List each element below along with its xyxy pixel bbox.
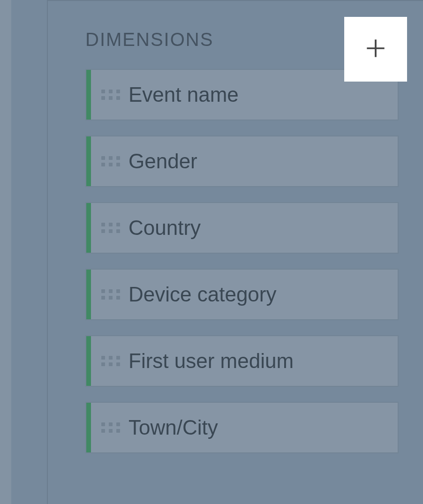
dimension-label: Gender bbox=[128, 150, 197, 173]
nav-rail bbox=[0, 0, 11, 504]
dimension-item-first-user-medium[interactable]: First user medium bbox=[85, 335, 399, 387]
dimension-label: Country bbox=[128, 216, 201, 240]
drag-handle-icon[interactable] bbox=[101, 85, 120, 104]
drag-handle-icon[interactable] bbox=[101, 285, 120, 304]
drag-handle-icon[interactable] bbox=[101, 352, 120, 370]
accent-bar bbox=[86, 270, 91, 319]
drag-handle-icon[interactable] bbox=[101, 218, 120, 237]
add-dimension-button[interactable] bbox=[344, 17, 407, 82]
drag-handle-icon[interactable] bbox=[101, 418, 120, 437]
dimension-item-town-city[interactable]: Town/City bbox=[85, 402, 399, 453]
dimension-item-device-category[interactable]: Device category bbox=[85, 269, 399, 320]
accent-bar bbox=[86, 70, 91, 120]
panel-header: DIMENSIONS bbox=[48, 1, 423, 69]
dimensions-panel: DIMENSIONS Event name Gender bbox=[47, 0, 423, 504]
dimension-item-gender[interactable]: Gender bbox=[85, 135, 399, 187]
drag-handle-icon[interactable] bbox=[101, 152, 120, 171]
dimension-label: Device category bbox=[128, 283, 276, 306]
dimension-label: Event name bbox=[128, 83, 239, 106]
accent-bar bbox=[86, 403, 91, 452]
dimension-label: First user medium bbox=[128, 349, 294, 373]
plus-icon bbox=[363, 35, 389, 63]
accent-bar bbox=[86, 136, 91, 186]
dimensions-list: Event name Gender Country Device categor… bbox=[48, 69, 423, 453]
dimension-label: Town/City bbox=[128, 416, 218, 439]
accent-bar bbox=[86, 336, 91, 386]
accent-bar bbox=[86, 203, 91, 253]
dimension-item-country[interactable]: Country bbox=[85, 202, 399, 254]
section-title: DIMENSIONS bbox=[85, 29, 213, 50]
